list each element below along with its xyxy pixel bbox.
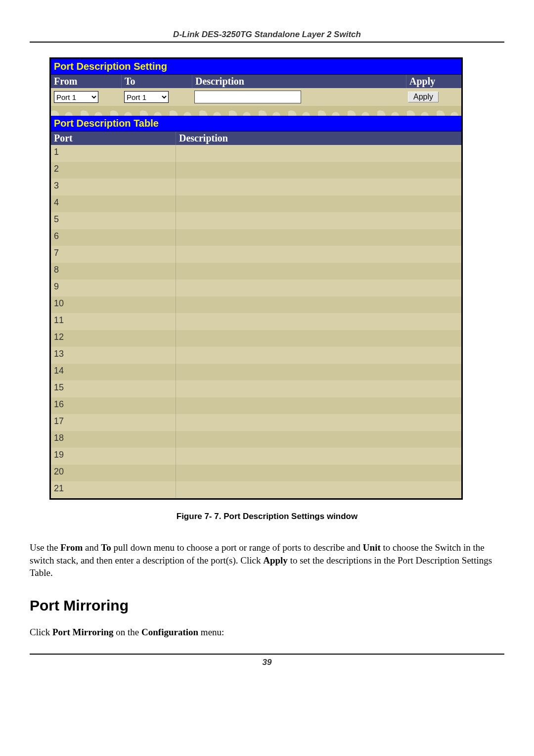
- doc-header: D-Link DES-3250TG Standalone Layer 2 Swi…: [30, 30, 504, 42]
- col-to-label: To: [122, 75, 192, 88]
- cell-description: [176, 481, 461, 498]
- table-row: 21: [51, 481, 461, 498]
- table-row: 10: [51, 296, 461, 313]
- cell-port: 3: [51, 179, 176, 195]
- table-row: 17: [51, 414, 461, 431]
- cell-port: 1: [51, 145, 176, 162]
- kw-to: To: [101, 542, 111, 553]
- table-row: 14: [51, 364, 461, 380]
- divider: [51, 106, 461, 116]
- cell-description: [176, 246, 461, 263]
- table-row: 18: [51, 431, 461, 448]
- port-rows-container: 123456789101112131415161718192021: [51, 145, 461, 498]
- cell-port: 7: [51, 246, 176, 263]
- setting-row: Port 1 Port 1 Apply: [51, 88, 461, 106]
- cell-description: [176, 330, 461, 347]
- cell-port: 2: [51, 162, 176, 179]
- cell-description: [176, 347, 461, 364]
- cell-description: [176, 145, 461, 162]
- txt: Click: [30, 627, 52, 637]
- cell-port: 12: [51, 330, 176, 347]
- table-row: 7: [51, 246, 461, 263]
- description-input[interactable]: [194, 91, 301, 103]
- table-row: 9: [51, 280, 461, 296]
- cell-description: [176, 397, 461, 414]
- cell-description: [176, 229, 461, 246]
- table-row: 4: [51, 195, 461, 212]
- table-row: 13: [51, 347, 461, 364]
- cell-port: 17: [51, 414, 176, 431]
- cell-description: [176, 280, 461, 296]
- cell-port: 13: [51, 347, 176, 364]
- apply-button[interactable]: Apply: [408, 92, 439, 102]
- mirroring-paragraph: Click Port Mirroring on the Configuratio…: [30, 626, 504, 639]
- cell-port: 4: [51, 195, 176, 212]
- table-row: 5: [51, 212, 461, 229]
- cell-description: [176, 414, 461, 431]
- cell-port: 11: [51, 313, 176, 330]
- kw-from: From: [60, 542, 83, 553]
- th-port: Port: [51, 132, 176, 145]
- cell-port: 21: [51, 481, 176, 498]
- txt: pull down menu to choose a port or range…: [111, 542, 363, 553]
- table-row: 19: [51, 448, 461, 465]
- cell-port: 8: [51, 263, 176, 280]
- cell-description: [176, 296, 461, 313]
- table-row: 6: [51, 229, 461, 246]
- table-row: 16: [51, 397, 461, 414]
- txt: and: [83, 542, 101, 553]
- from-select[interactable]: Port 1: [54, 91, 98, 103]
- cell-description: [176, 364, 461, 380]
- cell-description: [176, 448, 461, 465]
- table-row: 8: [51, 263, 461, 280]
- setting-header-row: From To Description Apply: [51, 75, 461, 88]
- cell-description: [176, 162, 461, 179]
- usage-paragraph: Use the From and To pull down menu to ch…: [30, 541, 504, 579]
- cell-port: 20: [51, 465, 176, 481]
- cell-description: [176, 313, 461, 330]
- kw-unit: Unit: [363, 542, 381, 553]
- table-row: 12: [51, 330, 461, 347]
- to-select[interactable]: Port 1: [124, 91, 169, 103]
- cell-description: [176, 380, 461, 397]
- table-row: 3: [51, 179, 461, 195]
- col-apply-label: Apply: [406, 75, 461, 88]
- cell-port: 16: [51, 397, 176, 414]
- table-row: 20: [51, 465, 461, 481]
- table-title: Port Description Table: [51, 116, 461, 132]
- txt: Use the: [30, 542, 60, 553]
- col-from-label: From: [51, 75, 122, 88]
- cell-description: [176, 431, 461, 448]
- cell-port: 10: [51, 296, 176, 313]
- cell-port: 19: [51, 448, 176, 465]
- footer-rule: [30, 654, 504, 655]
- txt: menu:: [198, 627, 224, 637]
- figure-caption: Figure 7- 7. Port Description Settings w…: [30, 512, 504, 521]
- page-number: 39: [30, 658, 504, 667]
- table-row: 15: [51, 380, 461, 397]
- table-row: 1: [51, 145, 461, 162]
- cell-port: 9: [51, 280, 176, 296]
- cell-port: 18: [51, 431, 176, 448]
- kw-apply: Apply: [263, 555, 288, 566]
- cell-port: 14: [51, 364, 176, 380]
- cell-description: [176, 179, 461, 195]
- header-rule: [30, 42, 504, 43]
- cell-description: [176, 465, 461, 481]
- cell-description: [176, 263, 461, 280]
- kw-configuration: Configuration: [141, 627, 198, 637]
- cell-port: 15: [51, 380, 176, 397]
- kw-port-mirroring: Port Mirroring: [52, 627, 114, 637]
- txt: on the: [114, 627, 141, 637]
- port-description-window: Port Description Setting From To Descrip…: [49, 57, 463, 500]
- cell-port: 5: [51, 212, 176, 229]
- col-desc-label: Description: [192, 75, 406, 88]
- table-header-row: Port Description: [51, 132, 461, 145]
- heading-port-mirroring: Port Mirroring: [30, 597, 504, 614]
- table-row: 11: [51, 313, 461, 330]
- cell-description: [176, 195, 461, 212]
- cell-description: [176, 212, 461, 229]
- setting-title: Port Description Setting: [51, 59, 461, 75]
- table-row: 2: [51, 162, 461, 179]
- th-desc: Description: [176, 132, 461, 145]
